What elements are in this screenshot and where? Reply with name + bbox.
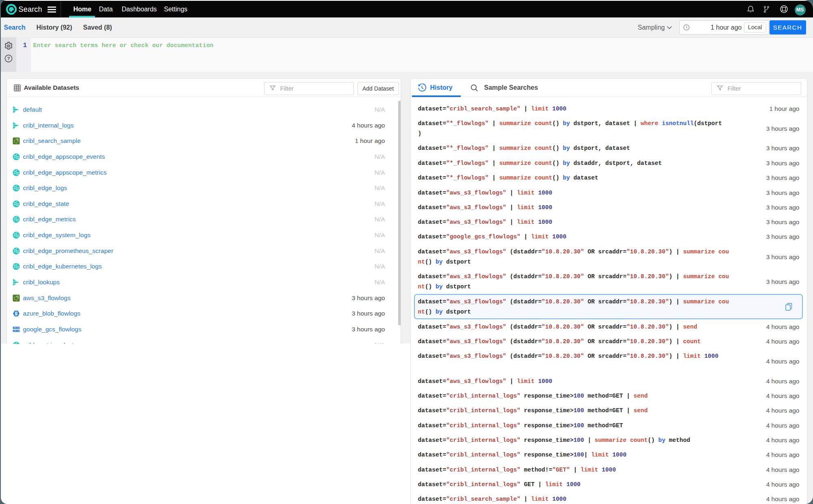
svg-text:?: ?	[7, 56, 10, 61]
